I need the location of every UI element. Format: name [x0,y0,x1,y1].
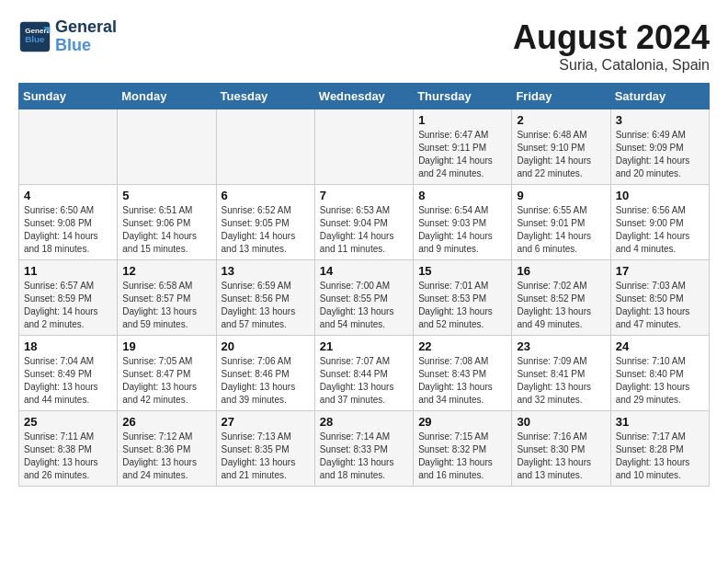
week-row-1: 1Sunrise: 6:47 AM Sunset: 9:11 PM Daylig… [19,109,710,185]
empty-cell [118,109,216,185]
day-cell-1: 1Sunrise: 6:47 AM Sunset: 9:11 PM Daylig… [414,109,512,185]
day-number: 3 [616,113,704,127]
day-info: Sunrise: 7:10 AM Sunset: 8:40 PM Dayligh… [616,355,704,407]
day-info: Sunrise: 7:00 AM Sunset: 8:55 PM Dayligh… [320,280,408,331]
day-info: Sunrise: 7:02 AM Sunset: 8:52 PM Dayligh… [517,280,605,331]
day-cell-24: 24Sunrise: 7:10 AM Sunset: 8:40 PM Dayli… [610,336,709,411]
day-cell-10: 10Sunrise: 6:56 AM Sunset: 9:00 PM Dayli… [610,185,709,260]
day-info: Sunrise: 6:48 AM Sunset: 9:10 PM Dayligh… [517,129,605,180]
day-cell-12: 12Sunrise: 6:58 AM Sunset: 8:57 PM Dayli… [118,260,216,336]
day-info: Sunrise: 6:59 AM Sunset: 8:56 PM Dayligh… [222,280,310,331]
day-number: 17 [616,264,704,278]
day-number: 27 [222,415,310,429]
day-cell-22: 22Sunrise: 7:08 AM Sunset: 8:43 PM Dayli… [414,336,512,411]
day-cell-23: 23Sunrise: 7:09 AM Sunset: 8:41 PM Dayli… [512,336,610,411]
day-info: Sunrise: 7:13 AM Sunset: 8:35 PM Dayligh… [222,431,310,482]
day-info: Sunrise: 6:53 AM Sunset: 9:04 PM Dayligh… [320,204,408,256]
day-info: Sunrise: 7:06 AM Sunset: 8:46 PM Dayligh… [222,355,310,407]
day-cell-21: 21Sunrise: 7:07 AM Sunset: 8:44 PM Dayli… [314,336,413,411]
day-cell-4: 4Sunrise: 6:50 AM Sunset: 9:08 PM Daylig… [19,185,118,260]
day-cell-17: 17Sunrise: 7:03 AM Sunset: 8:50 PM Dayli… [610,260,709,336]
day-number: 26 [122,415,210,429]
day-cell-3: 3Sunrise: 6:49 AM Sunset: 9:09 PM Daylig… [610,109,709,185]
day-number: 22 [418,339,506,353]
weekday-header-sunday: Sunday [19,84,118,109]
day-number: 24 [616,339,704,353]
day-number: 4 [24,189,112,202]
day-info: Sunrise: 6:56 AM Sunset: 9:00 PM Dayligh… [616,204,704,256]
empty-cell [314,109,413,185]
day-number: 11 [24,264,112,278]
day-info: Sunrise: 6:57 AM Sunset: 8:59 PM Dayligh… [24,280,112,331]
svg-text:Blue: Blue [25,34,45,44]
day-number: 18 [24,339,112,353]
weekday-header-tuesday: Tuesday [216,84,314,109]
logo-icon: General Blue [18,20,51,53]
day-number: 19 [122,339,210,353]
day-cell-5: 5Sunrise: 6:51 AM Sunset: 9:06 PM Daylig… [118,185,216,260]
day-number: 15 [418,264,506,278]
day-number: 31 [616,415,704,429]
day-info: Sunrise: 7:05 AM Sunset: 8:47 PM Dayligh… [122,355,210,407]
day-cell-27: 27Sunrise: 7:13 AM Sunset: 8:35 PM Dayli… [216,411,314,487]
weekday-header-monday: Monday [118,84,216,109]
day-info: Sunrise: 7:11 AM Sunset: 8:38 PM Dayligh… [24,431,112,482]
day-cell-20: 20Sunrise: 7:06 AM Sunset: 8:46 PM Dayli… [216,336,314,411]
day-cell-25: 25Sunrise: 7:11 AM Sunset: 8:38 PM Dayli… [19,411,118,487]
day-cell-6: 6Sunrise: 6:52 AM Sunset: 9:05 PM Daylig… [216,185,314,260]
calendar-table: SundayMondayTuesdayWednesdayThursdayFrid… [18,83,710,487]
title-block: August 2024 Suria, Catalonia, Spain [513,18,710,74]
day-info: Sunrise: 6:49 AM Sunset: 9:09 PM Dayligh… [616,129,704,180]
day-info: Sunrise: 7:09 AM Sunset: 8:41 PM Dayligh… [517,355,605,407]
day-info: Sunrise: 7:17 AM Sunset: 8:28 PM Dayligh… [616,431,704,482]
day-cell-7: 7Sunrise: 6:53 AM Sunset: 9:04 PM Daylig… [314,185,413,260]
day-number: 14 [320,264,408,278]
day-number: 8 [418,189,506,202]
day-info: Sunrise: 6:51 AM Sunset: 9:06 PM Dayligh… [122,204,210,256]
day-number: 20 [222,339,310,353]
day-number: 25 [24,415,112,429]
logo-text: GeneralBlue [55,18,117,55]
day-info: Sunrise: 6:54 AM Sunset: 9:03 PM Dayligh… [418,204,506,256]
day-number: 12 [122,264,210,278]
weekday-header-thursday: Thursday [414,84,512,109]
day-number: 10 [616,189,704,202]
day-number: 13 [222,264,310,278]
day-cell-31: 31Sunrise: 7:17 AM Sunset: 8:28 PM Dayli… [610,411,709,487]
empty-cell [19,109,118,185]
day-cell-8: 8Sunrise: 6:54 AM Sunset: 9:03 PM Daylig… [414,185,512,260]
day-info: Sunrise: 7:01 AM Sunset: 8:53 PM Dayligh… [418,280,506,331]
day-number: 23 [517,339,605,353]
day-cell-30: 30Sunrise: 7:16 AM Sunset: 8:30 PM Dayli… [512,411,610,487]
day-info: Sunrise: 7:14 AM Sunset: 8:33 PM Dayligh… [320,431,408,482]
day-number: 5 [122,189,210,202]
day-info: Sunrise: 6:55 AM Sunset: 9:01 PM Dayligh… [517,204,605,256]
weekday-header-row: SundayMondayTuesdayWednesdayThursdayFrid… [19,84,710,109]
logo: General Blue GeneralBlue [18,18,117,55]
day-number: 28 [320,415,408,429]
day-info: Sunrise: 7:07 AM Sunset: 8:44 PM Dayligh… [320,355,408,407]
location: Suria, Catalonia, Spain [513,57,710,74]
day-cell-14: 14Sunrise: 7:00 AM Sunset: 8:55 PM Dayli… [314,260,413,336]
empty-cell [216,109,314,185]
day-cell-13: 13Sunrise: 6:59 AM Sunset: 8:56 PM Dayli… [216,260,314,336]
day-cell-18: 18Sunrise: 7:04 AM Sunset: 8:49 PM Dayli… [19,336,118,411]
weekday-header-friday: Friday [512,84,610,109]
day-cell-2: 2Sunrise: 6:48 AM Sunset: 9:10 PM Daylig… [512,109,610,185]
weekday-header-wednesday: Wednesday [314,84,413,109]
day-info: Sunrise: 6:50 AM Sunset: 9:08 PM Dayligh… [24,204,112,256]
day-number: 16 [517,264,605,278]
month-year: August 2024 [513,18,710,57]
day-info: Sunrise: 6:47 AM Sunset: 9:11 PM Dayligh… [418,129,506,180]
day-info: Sunrise: 7:03 AM Sunset: 8:50 PM Dayligh… [616,280,704,331]
day-number: 29 [418,415,506,429]
day-info: Sunrise: 7:08 AM Sunset: 8:43 PM Dayligh… [418,355,506,407]
day-cell-9: 9Sunrise: 6:55 AM Sunset: 9:01 PM Daylig… [512,185,610,260]
week-row-5: 25Sunrise: 7:11 AM Sunset: 8:38 PM Dayli… [19,411,710,487]
day-cell-19: 19Sunrise: 7:05 AM Sunset: 8:47 PM Dayli… [118,336,216,411]
day-info: Sunrise: 6:52 AM Sunset: 9:05 PM Dayligh… [222,204,310,256]
day-info: Sunrise: 7:16 AM Sunset: 8:30 PM Dayligh… [517,431,605,482]
day-cell-11: 11Sunrise: 6:57 AM Sunset: 8:59 PM Dayli… [19,260,118,336]
day-number: 30 [517,415,605,429]
day-cell-16: 16Sunrise: 7:02 AM Sunset: 8:52 PM Dayli… [512,260,610,336]
